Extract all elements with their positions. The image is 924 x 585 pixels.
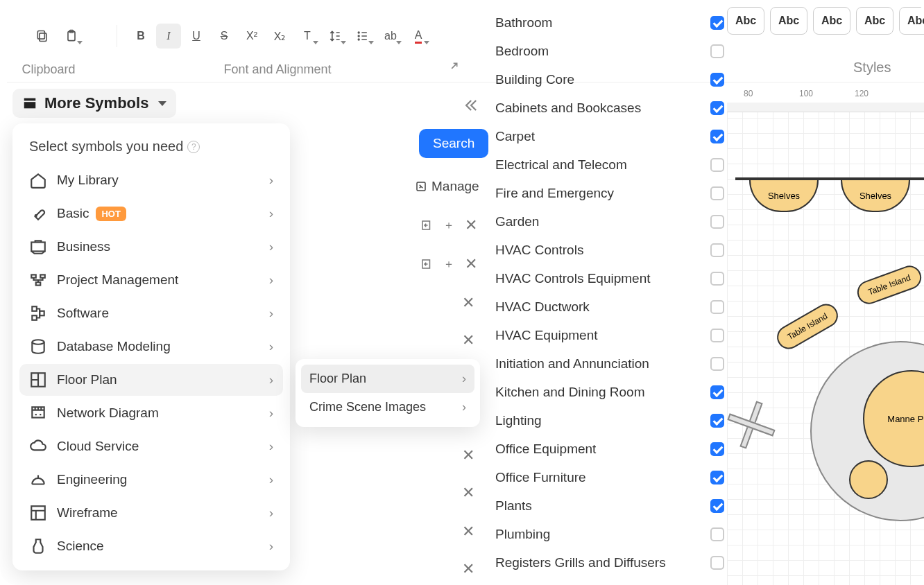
checkbox[interactable] [710, 186, 724, 200]
sub-item-floor-plan[interactable]: Floor Plan› [301, 365, 474, 393]
import-icon[interactable] [419, 256, 434, 272]
close-icon[interactable]: ✕ [463, 218, 479, 233]
close-icon[interactable]: ✕ [463, 256, 479, 272]
checkbox[interactable] [710, 215, 724, 229]
close-icon[interactable]: ✕ [461, 295, 476, 311]
superscript-button[interactable]: X² [239, 24, 264, 49]
line-spacing-button[interactable] [323, 24, 348, 49]
category-science[interactable]: Science› [19, 530, 283, 562]
category-network-diagram[interactable]: Network Diagram› [19, 397, 283, 429]
checkbox[interactable] [710, 357, 724, 371]
checkbox[interactable] [710, 158, 724, 172]
checklist-item-fire-and-emergency[interactable]: Fire and Emergency [495, 179, 724, 207]
checklist-item-office-equipment[interactable]: Office Equipment [495, 435, 724, 463]
checklist-item-registers-grills-and-diffusers[interactable]: Registers Grills and Diffusers [495, 548, 724, 577]
search-button[interactable]: Search [419, 129, 488, 158]
checkbox[interactable] [710, 243, 724, 257]
close-icon[interactable]: ✕ [461, 333, 476, 348]
checkbox[interactable] [710, 73, 724, 87]
checklist-item-hvac-ductwork[interactable]: HVAC Ductwork [495, 292, 724, 321]
strikethrough-button[interactable]: S [212, 24, 237, 49]
checklist-item-building-core[interactable]: Building Core [495, 65, 724, 94]
chevron-right-icon: › [269, 206, 273, 221]
checklist-item-cabinets-and-bookcases[interactable]: Cabinets and Bookcases [495, 94, 724, 122]
paste-button[interactable] [59, 24, 84, 49]
copy-button[interactable] [30, 24, 55, 49]
small-circle-shape[interactable] [849, 460, 888, 499]
checkbox[interactable] [710, 130, 724, 143]
style-swatch[interactable]: Abc [727, 7, 764, 35]
font-color-button[interactable]: A [406, 24, 431, 49]
sub-item-crime-scene-images[interactable]: Crime Scene Images› [301, 393, 474, 421]
checklist-item-bedroom[interactable]: Bedroom [495, 37, 724, 65]
checklist-item-office-furniture[interactable]: Office Furniture [495, 463, 724, 491]
fan-shape[interactable] [727, 394, 782, 456]
italic-button[interactable]: I [156, 24, 181, 49]
canvas[interactable]: Shelves Shelves Table Island Table Islan… [727, 103, 924, 585]
checkbox[interactable] [710, 499, 724, 513]
category-basic[interactable]: BasicHOT› [19, 198, 283, 229]
category-my-library[interactable]: My Library› [19, 164, 283, 196]
checklist-item-carpet[interactable]: Carpet [495, 122, 724, 150]
checkbox[interactable] [710, 329, 724, 342]
expand-group-icon[interactable] [445, 61, 459, 78]
checkbox[interactable] [710, 44, 724, 58]
text-color-button[interactable]: T [295, 24, 320, 49]
table-island-shape[interactable]: Table Island [773, 299, 842, 353]
category-icon [29, 471, 47, 489]
bold-button[interactable]: B [128, 24, 153, 49]
subscript-button[interactable]: X₂ [267, 24, 292, 49]
checkbox[interactable] [710, 442, 724, 456]
checklist-item-plumbing[interactable]: Plumbing [495, 520, 724, 548]
checkbox[interactable] [710, 16, 724, 30]
checkbox[interactable] [710, 556, 724, 570]
category-business[interactable]: Business› [19, 231, 283, 263]
import-icon[interactable] [419, 218, 434, 233]
checkbox[interactable] [710, 300, 724, 314]
checklist-item-hvac-controls[interactable]: HVAC Controls [495, 236, 724, 264]
more-symbols-button[interactable]: More Symbols [12, 89, 176, 118]
collapse-sidebar-icon[interactable] [461, 96, 480, 118]
checkbox[interactable] [710, 471, 724, 484]
category-floor-plan[interactable]: Floor Plan› [19, 364, 283, 396]
category-cloud-service[interactable]: Cloud Service› [19, 430, 283, 462]
category-software[interactable]: Software› [19, 297, 283, 329]
category-database-modeling[interactable]: Database Modeling› [19, 331, 283, 363]
close-icon[interactable]: ✕ [461, 561, 476, 577]
checkbox[interactable] [710, 385, 724, 399]
style-swatch[interactable]: Abc [770, 7, 807, 35]
category-engineering[interactable]: Engineering› [19, 464, 283, 496]
checklist-item-kitchen-and-dining-room[interactable]: Kitchen and Dining Room [495, 378, 724, 406]
checklist-item-garden[interactable]: Garden [495, 207, 724, 236]
close-icon[interactable]: ✕ [461, 485, 476, 500]
underline-button[interactable]: U [184, 24, 209, 49]
close-icon[interactable]: ✕ [461, 448, 476, 463]
checkbox[interactable] [710, 272, 724, 286]
checklist-item-hvac-equipment[interactable]: HVAC Equipment [495, 321, 724, 349]
checkbox[interactable] [710, 101, 724, 115]
svg-rect-1 [37, 31, 44, 40]
close-icon[interactable]: ✕ [461, 524, 476, 539]
checklist-item-bathroom[interactable]: Bathroom [495, 8, 724, 37]
table-island-shape[interactable]: Table Island [854, 263, 924, 308]
checklist-item-initiation-and-annunciation[interactable]: Initiation and Annunciation [495, 349, 724, 378]
help-icon[interactable]: ? [187, 141, 200, 153]
checklist-item-electrical-and-telecom[interactable]: Electrical and Telecom [495, 150, 724, 179]
style-swatch[interactable]: Abc [899, 7, 924, 35]
checklist-item-plants[interactable]: Plants [495, 491, 724, 520]
category-wireframe[interactable]: Wireframe› [19, 497, 283, 529]
manage-link[interactable]: Manage [415, 179, 479, 194]
shelf-shape[interactable]: Shelves [749, 180, 819, 212]
checklist-item-lighting[interactable]: Lighting [495, 406, 724, 435]
style-swatch[interactable]: Abc [813, 7, 850, 35]
shelf-shape[interactable]: Shelves [841, 180, 910, 212]
checkbox[interactable] [710, 414, 724, 428]
list-button[interactable] [350, 24, 375, 49]
checkbox[interactable] [710, 527, 724, 541]
add-icon[interactable]: ＋ [441, 256, 456, 272]
style-swatch[interactable]: Abc [856, 7, 893, 35]
checklist-item-hvac-controls-equipment[interactable]: HVAC Controls Equipment [495, 264, 724, 292]
text-transform-button[interactable]: ab [378, 24, 403, 49]
category-project-management[interactable]: Project Management› [19, 264, 283, 296]
add-icon[interactable]: ＋ [441, 218, 456, 233]
